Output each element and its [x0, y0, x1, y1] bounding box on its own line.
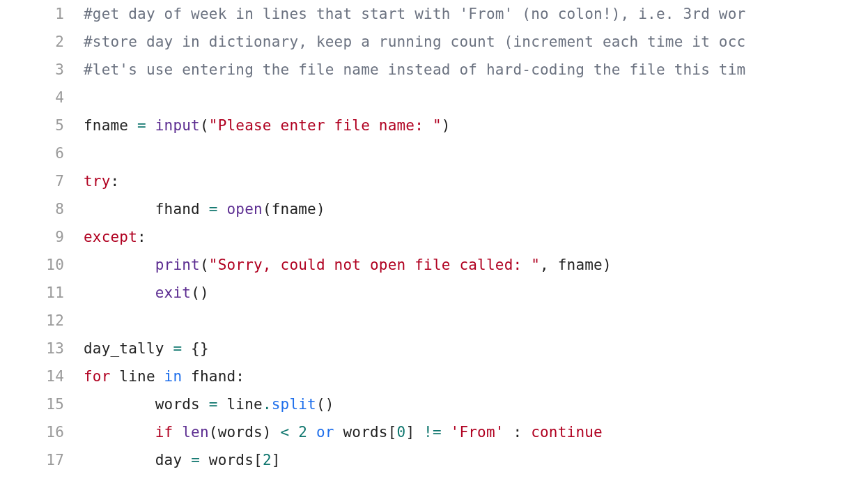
- code-token: [289, 424, 298, 441]
- code-token: day_tally: [84, 340, 173, 357]
- code-token: len: [182, 424, 209, 441]
- code-token: =: [191, 452, 200, 468]
- line-number: 8: [0, 195, 84, 223]
- code-token: try: [84, 173, 111, 190]
- code-line[interactable]: 2#store day in dictionary, keep a runnin…: [0, 28, 868, 56]
- code-token: [307, 424, 316, 441]
- code-token: except: [84, 229, 137, 245]
- line-number: 6: [0, 139, 84, 167]
- line-number: 16: [0, 418, 84, 446]
- code-content[interactable]: fhand = open(fname): [84, 195, 325, 223]
- code-token: :: [111, 173, 120, 190]
- code-line[interactable]: 14for line in fhand:: [0, 362, 868, 390]
- code-token: =: [209, 396, 218, 413]
- code-content[interactable]: day = words[2]: [84, 446, 281, 474]
- code-content[interactable]: exit(): [84, 279, 209, 307]
- code-content[interactable]: day_tally = {}: [84, 335, 209, 362]
- code-token: =: [137, 117, 146, 134]
- line-number: 3: [0, 56, 84, 84]
- code-token: exit: [155, 284, 191, 301]
- line-number: 5: [0, 112, 84, 139]
- code-token: #store day in dictionary, keep a running…: [84, 33, 745, 50]
- code-line[interactable]: 11 exit(): [0, 279, 868, 307]
- code-token: 'From': [451, 424, 504, 441]
- code-line[interactable]: 8 fhand = open(fname): [0, 195, 868, 223]
- code-token: [146, 117, 155, 134]
- code-line[interactable]: 15 words = line.split(): [0, 390, 868, 418]
- code-editor[interactable]: 1#get day of week in lines that start wi…: [0, 0, 868, 481]
- code-line[interactable]: 12: [0, 307, 868, 335]
- indent: [84, 284, 155, 301]
- code-token: {}: [182, 340, 209, 357]
- code-content[interactable]: #let's use entering the file name instea…: [84, 56, 745, 84]
- code-line[interactable]: 7try:: [0, 167, 868, 195]
- code-token: !=: [424, 424, 442, 441]
- code-token: #get day of week in lines that start wit…: [84, 6, 745, 22]
- code-content[interactable]: except:: [84, 223, 146, 251]
- code-token: (): [191, 284, 209, 301]
- code-line[interactable]: 16 if len(words) < 2 or words[0] != 'Fro…: [0, 418, 868, 446]
- code-line[interactable]: 13day_tally = {}: [0, 335, 868, 362]
- code-content[interactable]: print("Sorry, could not open file called…: [84, 251, 612, 279]
- code-line[interactable]: 6: [0, 139, 868, 167]
- code-token: , fname): [540, 257, 612, 273]
- line-number: 4: [0, 84, 84, 112]
- code-line[interactable]: 4: [0, 84, 868, 112]
- code-content[interactable]: #store day in dictionary, keep a running…: [84, 28, 745, 56]
- indent: [84, 257, 155, 273]
- code-line[interactable]: 1#get day of week in lines that start wi…: [0, 0, 868, 28]
- code-token: in: [164, 368, 183, 385]
- code-token: continue: [531, 424, 603, 441]
- code-token: open: [227, 201, 263, 217]
- code-token: 2: [298, 424, 307, 441]
- code-token: words: [155, 396, 209, 413]
- code-token: :: [504, 424, 532, 441]
- code-token: line: [111, 368, 164, 385]
- code-token: 2: [263, 452, 272, 468]
- code-token: (fname): [263, 201, 325, 217]
- code-token: ): [442, 117, 451, 134]
- line-number: 10: [0, 251, 84, 279]
- code-token: print: [155, 257, 200, 273]
- code-token: (): [316, 396, 334, 413]
- line-number: 13: [0, 335, 84, 362]
- code-token: (: [200, 257, 209, 273]
- code-content[interactable]: #get day of week in lines that start wit…: [84, 0, 745, 28]
- line-number: 7: [0, 167, 84, 195]
- line-number: 11: [0, 279, 84, 307]
- code-token: .: [263, 396, 272, 413]
- code-token: 0: [397, 424, 406, 441]
- code-token: words[: [334, 424, 397, 441]
- code-token: words[: [200, 452, 263, 468]
- code-token: :: [137, 229, 146, 245]
- code-token: "Sorry, could not open file called: ": [209, 257, 540, 273]
- code-token: or: [316, 424, 334, 441]
- code-content[interactable]: for line in fhand:: [84, 362, 245, 390]
- code-token: fhand: [155, 201, 209, 217]
- line-number: 17: [0, 446, 84, 474]
- code-token: ]: [405, 424, 424, 441]
- code-token: fhand:: [182, 368, 245, 385]
- code-token: (: [200, 117, 209, 134]
- code-line[interactable]: 5fname = input("Please enter file name: …: [0, 112, 868, 139]
- indent: [84, 201, 155, 217]
- code-token: for: [84, 368, 111, 385]
- code-line[interactable]: 3#let's use entering the file name inste…: [0, 56, 868, 84]
- code-token: (words): [209, 424, 281, 441]
- code-content[interactable]: fname = input("Please enter file name: "…: [84, 112, 451, 139]
- code-line[interactable]: 9except:: [0, 223, 868, 251]
- code-token: [442, 424, 451, 441]
- code-line[interactable]: 10 print("Sorry, could not open file cal…: [0, 251, 868, 279]
- code-token: if: [155, 424, 173, 441]
- code-content[interactable]: words = line.split(): [84, 390, 334, 418]
- indent: [84, 452, 155, 468]
- code-line[interactable]: 17 day = words[2]: [0, 446, 868, 474]
- code-token: [173, 424, 182, 441]
- code-content[interactable]: try:: [84, 167, 119, 195]
- code-token: fname: [84, 117, 137, 134]
- code-token: input: [155, 117, 200, 134]
- code-token: "Please enter file name: ": [209, 117, 442, 134]
- code-token: =: [209, 201, 218, 217]
- code-token: [218, 201, 227, 217]
- code-content[interactable]: if len(words) < 2 or words[0] != 'From' …: [84, 418, 603, 446]
